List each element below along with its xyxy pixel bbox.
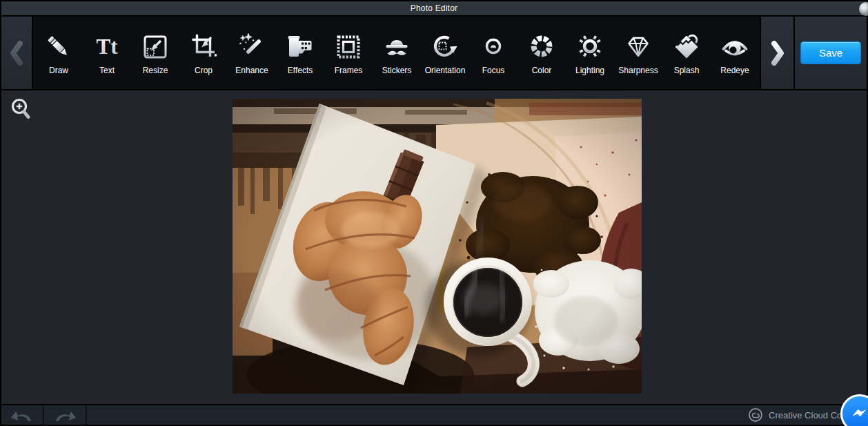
tool-label: Sharpness [618, 66, 658, 75]
film-icon [285, 32, 315, 62]
tool-label: Color [532, 66, 552, 75]
tool-resize[interactable]: Resize [131, 17, 179, 75]
tool-draw[interactable]: Draw [34, 17, 83, 75]
tool-enhance[interactable]: Enhance [228, 17, 276, 75]
target-icon [478, 32, 509, 62]
tool-effects[interactable]: Effects [276, 17, 324, 75]
tool-label: Splash [674, 66, 700, 75]
titlebar-badge-icon[interactable] [859, 2, 868, 16]
tool-lighting[interactable]: Lighting [566, 17, 614, 75]
chevron-left-icon [9, 41, 24, 66]
color-wheel-icon [526, 32, 557, 62]
canvas-area [1, 90, 867, 404]
save-panel: Save [795, 17, 867, 89]
toolbar-next-button[interactable] [761, 17, 793, 89]
magic-wand-icon [237, 32, 267, 62]
tool-redeye[interactable]: Redeye [711, 17, 759, 75]
tool-label: Resize [143, 66, 168, 75]
save-button[interactable]: Save [800, 41, 861, 64]
messenger-bolt-icon [848, 402, 868, 425]
undo-button[interactable] [1, 405, 44, 425]
crop-icon [188, 32, 219, 62]
tool-splash[interactable]: Splash [662, 17, 711, 75]
redo-arrow-icon [52, 407, 77, 423]
tool-label: Focus [482, 66, 505, 75]
chevron-right-icon [770, 41, 785, 66]
tool-stickers[interactable]: Stickers [373, 17, 421, 75]
undo-arrow-icon [10, 407, 34, 423]
tool-label: Orientation [425, 66, 466, 75]
stamp-frame-icon [333, 32, 364, 62]
paint-bucket-icon [671, 32, 702, 62]
rotate-arrow-icon [430, 32, 460, 62]
tool-focus[interactable]: Focus [469, 17, 517, 75]
diamond-icon [623, 32, 653, 62]
tool-crop[interactable]: Crop [179, 17, 228, 75]
hat-mustache-icon [382, 32, 412, 62]
tool-label: Text [99, 66, 115, 75]
tool-label: Crop [195, 66, 213, 75]
tool-sharpness[interactable]: Sharpness [614, 17, 662, 75]
footer-bar: Creative Cloud Conne [1, 405, 867, 425]
tool-frames[interactable]: Frames [324, 17, 373, 75]
toolbar: Draw Tt Text Resize [1, 17, 867, 89]
text-icon: Tt [92, 32, 122, 62]
redo-button[interactable] [44, 405, 87, 425]
sun-icon [575, 32, 605, 62]
tool-color[interactable]: Color [517, 17, 566, 75]
tool-label: Redeye [720, 66, 749, 75]
tool-strip: Draw Tt Text Resize [33, 17, 760, 89]
photo-canvas[interactable] [233, 99, 642, 394]
tool-label: Draw [49, 66, 68, 75]
zoom-in-icon[interactable] [10, 97, 33, 124]
pencil-icon [43, 32, 74, 62]
eye-icon [720, 32, 750, 62]
tool-label: Effects [288, 66, 313, 75]
tool-label: Enhance [235, 66, 268, 75]
resize-icon [140, 32, 170, 62]
tool-text[interactable]: Tt Text [83, 17, 131, 75]
tool-label: Stickers [382, 66, 412, 75]
creative-cloud-icon [748, 407, 763, 423]
photo-editor-window: Photo Editor Draw [0, 0, 868, 426]
toolbar-prev-button[interactable] [1, 17, 32, 89]
titlebar: Photo Editor [1, 1, 867, 15]
svg-text:Tt: Tt [97, 35, 119, 59]
tool-orientation[interactable]: Orientation [421, 17, 469, 75]
window-title: Photo Editor [411, 3, 457, 13]
tool-label: Frames [335, 66, 363, 75]
tool-label: Lighting [575, 66, 604, 75]
